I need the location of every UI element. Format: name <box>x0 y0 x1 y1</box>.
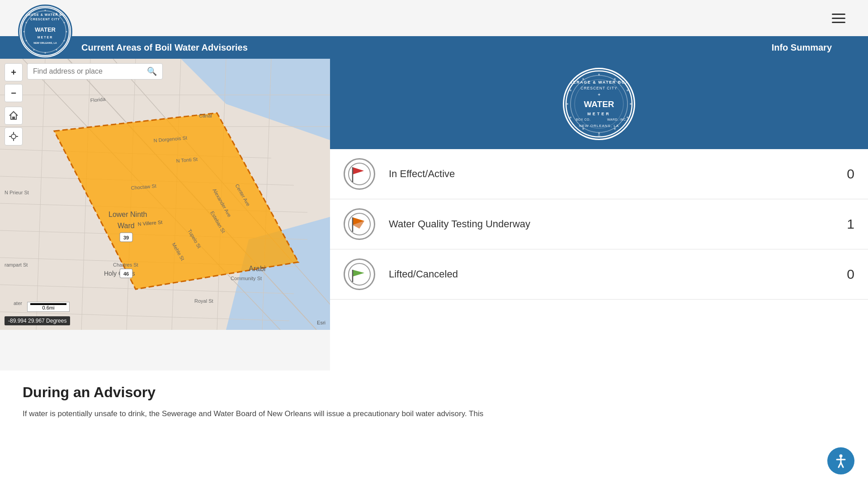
search-bar: 🔍 <box>27 63 326 80</box>
svg-text:BOX CO.: BOX CO. <box>576 118 591 121</box>
scale-bar: 0.6mi <box>27 302 70 312</box>
status-row-lifted: Lifted/Canceled 0 <box>330 249 868 300</box>
status-count-testing: 1 <box>836 216 854 232</box>
status-label-lifted: Lifted/Canceled <box>389 268 836 280</box>
zoom-out-button[interactable]: − <box>5 84 23 102</box>
status-icon-lifted <box>344 258 375 290</box>
svg-text:SEWERAGE & WATER BOARD: SEWERAGE & WATER BOARD <box>20 13 70 16</box>
svg-text:CRESCENT CITY: CRESCENT CITY <box>580 86 617 90</box>
svg-point-94 <box>582 78 584 80</box>
svg-point-85 <box>627 89 628 91</box>
site-logo: SEWERAGE & WATER BOARD CRESCENT CITY WAT… <box>18 5 72 59</box>
svg-point-92 <box>566 103 568 105</box>
svg-point-91 <box>570 117 571 118</box>
svg-point-10 <box>66 31 67 33</box>
logo-inner: SEWERAGE & WATER BOARD CRESCENT CITY WAT… <box>20 7 70 56</box>
svg-text:Arabi: Arabi <box>249 265 265 272</box>
svg-point-8 <box>56 13 57 14</box>
esri-attribution: Esri <box>317 320 326 325</box>
page-title: Current Areas of Boil Water Advisories <box>81 42 248 53</box>
svg-point-90 <box>582 128 584 130</box>
scale-text: 0.6mi <box>42 305 55 310</box>
svg-text:WATER: WATER <box>35 26 56 33</box>
svg-text:46: 46 <box>123 271 129 277</box>
svg-point-96 <box>349 163 370 185</box>
svg-text:Royal St: Royal St <box>194 298 213 304</box>
svg-text:SEWERAGE & WATER BOARD: SEWERAGE & WATER BOARD <box>565 80 633 84</box>
svg-text:39: 39 <box>123 235 129 240</box>
svg-text:✦: ✦ <box>597 92 601 97</box>
svg-point-11 <box>64 40 65 42</box>
svg-point-7 <box>45 10 46 11</box>
status-row-active: In Effect/Active 0 <box>330 149 868 199</box>
svg-point-15 <box>26 40 27 42</box>
svg-point-14 <box>33 49 35 51</box>
svg-point-87 <box>627 117 628 118</box>
svg-text:NEW ORLEANS, LA: NEW ORLEANS, LA <box>579 124 619 128</box>
map-background: Florida Canal N Dorgenois St N Tonti St … <box>0 59 330 330</box>
svg-point-67 <box>11 134 16 139</box>
svg-point-18 <box>33 13 35 14</box>
svg-rect-66 <box>12 117 15 119</box>
svg-point-106 <box>840 455 843 458</box>
advisory-body: If water is potentially unsafe to drink,… <box>23 408 845 420</box>
svg-text:Ward: Ward <box>118 222 135 230</box>
search-input[interactable] <box>33 67 147 75</box>
svg-point-13 <box>45 52 46 54</box>
status-label-testing: Water Quality Testing Underway <box>389 218 836 230</box>
hamburger-menu[interactable] <box>827 9 850 28</box>
map-controls: + − <box>5 63 23 145</box>
hamburger-line-2 <box>832 18 845 19</box>
status-count-active: 0 <box>836 166 854 182</box>
hamburger-line-1 <box>832 14 845 15</box>
svg-point-12 <box>56 49 57 51</box>
svg-text:METER: METER <box>38 36 53 39</box>
svg-line-110 <box>841 463 843 467</box>
locate-button[interactable] <box>5 127 23 145</box>
svg-text:CRESCENT CITY: CRESCENT CITY <box>30 18 60 21</box>
status-label-active: In Effect/Active <box>389 168 836 180</box>
svg-point-17 <box>26 22 27 23</box>
svg-text:METER: METER <box>587 112 611 116</box>
svg-text:WATER: WATER <box>584 99 614 109</box>
status-icon-testing <box>344 208 375 240</box>
coordinates-display: -89.994 29.967 Degrees <box>5 316 70 325</box>
svg-point-83 <box>598 74 600 75</box>
zoom-in-button[interactable]: + <box>5 63 23 81</box>
accessibility-button[interactable] <box>827 447 854 474</box>
svg-point-88 <box>614 128 616 130</box>
svg-point-84 <box>614 78 616 80</box>
status-icon-active <box>344 158 375 190</box>
svg-text:WARD, INC.: WARD, INC. <box>607 118 627 121</box>
status-row-testing: Water Quality Testing Underway 1 <box>330 199 868 249</box>
svg-point-16 <box>24 31 25 33</box>
svg-point-93 <box>570 89 571 91</box>
map-section: Florida Canal N Dorgenois St N Tonti St … <box>0 59 330 330</box>
svg-text:rampart St: rampart St <box>5 262 28 267</box>
svg-text:N Prieur St: N Prieur St <box>5 190 29 195</box>
svg-point-86 <box>630 103 632 105</box>
advisory-title: During an Advisory <box>23 384 845 401</box>
svg-text:®: ® <box>598 134 600 137</box>
svg-point-9 <box>64 22 65 23</box>
hamburger-line-3 <box>832 22 845 23</box>
svg-text:Lower Ninth: Lower Ninth <box>108 211 147 218</box>
svg-text:NEW ORLEANS, LA: NEW ORLEANS, LA <box>33 42 57 44</box>
search-input-wrap: 🔍 <box>27 63 163 80</box>
status-count-lifted: 0 <box>836 267 854 282</box>
home-button[interactable] <box>5 107 23 125</box>
info-summary-label: Info Summary <box>772 42 832 53</box>
bottom-section: During an Advisory If water is potential… <box>0 371 868 488</box>
svg-text:Canal: Canal <box>199 113 212 118</box>
search-icon: 🔍 <box>147 66 157 76</box>
svg-text:Community St: Community St <box>231 276 262 281</box>
panel-logo: SEWERAGE & WATER BOARD CRESCENT CITY ✦ W… <box>563 68 635 140</box>
svg-text:Chartres St: Chartres St <box>113 262 138 267</box>
svg-text:ater: ater <box>14 300 22 306</box>
panel-header: SEWERAGE & WATER BOARD CRESCENT CITY ✦ W… <box>330 59 868 149</box>
title-bar: Current Areas of Boil Water Advisories I… <box>0 36 868 59</box>
